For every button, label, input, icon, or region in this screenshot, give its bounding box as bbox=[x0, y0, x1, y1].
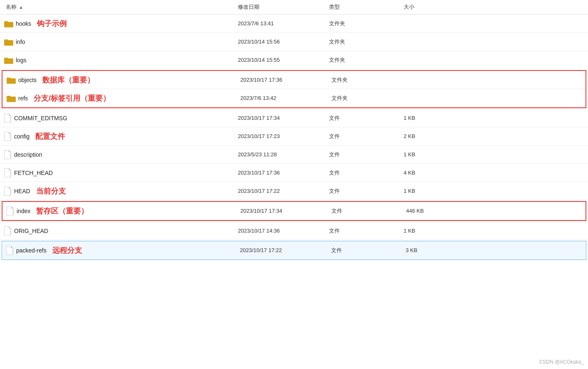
table-row[interactable]: HEAD当前分支2023/10/17 17:22文件1 KB bbox=[0, 182, 588, 200]
rows-container: hooks钩子示例2023/7/6 13:41文件夹 info2023/10/1… bbox=[0, 15, 588, 260]
size-cell: 3 KB bbox=[404, 246, 454, 254]
date-cell: 2023/7/6 13:42 bbox=[239, 94, 330, 102]
date-cell: 2023/10/17 17:22 bbox=[238, 246, 329, 254]
file-name-label: index bbox=[17, 208, 30, 214]
name-cell: objects数据库（重要） bbox=[7, 75, 239, 85]
file-explorer: 名称 ▲ 修改日期 类型 大小 hooks钩子示例2023/7/6 13:41文… bbox=[0, 0, 588, 260]
name-cell: HEAD当前分支 bbox=[4, 186, 236, 196]
table-row[interactable]: packed-refs远程分支2023/10/17 17:22文件3 KB bbox=[2, 241, 586, 260]
annotation-label: 配置文件 bbox=[35, 131, 65, 141]
type-cell: 文件 bbox=[327, 132, 402, 141]
folder-icon bbox=[4, 56, 13, 64]
file-icon bbox=[7, 206, 14, 216]
file-icon bbox=[4, 168, 12, 177]
table-row[interactable]: hooks钩子示例2023/7/6 13:41文件夹 bbox=[0, 15, 588, 33]
date-cell: 2023/10/17 17:22 bbox=[236, 187, 327, 195]
folder-icon bbox=[7, 76, 16, 84]
table-row[interactable]: logs2023/10/14 15:55文件夹 bbox=[0, 51, 588, 69]
name-cell: hooks钩子示例 bbox=[4, 19, 236, 29]
file-icon bbox=[4, 132, 12, 141]
table-row[interactable]: objects数据库（重要）2023/10/17 17:36文件夹 bbox=[2, 71, 586, 89]
svg-rect-9 bbox=[4, 40, 8, 41]
annotation-label: 远程分支 bbox=[52, 245, 82, 255]
date-cell: 2023/5/23 11:28 bbox=[236, 151, 327, 158]
svg-rect-14 bbox=[4, 58, 8, 59]
date-cell: 2023/10/17 17:34 bbox=[239, 207, 330, 215]
table-row[interactable]: FETCH_HEAD2023/10/17 17:36文件4 KB bbox=[0, 164, 588, 182]
col-name: 名称 ▲ bbox=[4, 2, 236, 12]
size-cell: 1 KB bbox=[402, 151, 452, 158]
table-row[interactable]: COMMIT_EDITMSG2023/10/17 17:34文件1 KB bbox=[0, 109, 588, 127]
file-name-label: logs bbox=[16, 57, 27, 63]
table-row[interactable]: refs分支/标签引用（重要）2023/7/6 13:42文件夹 bbox=[2, 89, 586, 107]
name-cell: FETCH_HEAD bbox=[4, 168, 236, 177]
type-cell: 文件夹 bbox=[330, 94, 404, 103]
type-cell: 文件夹 bbox=[330, 75, 404, 85]
folder-icon bbox=[4, 20, 13, 27]
table-row[interactable]: config配置文件2023/10/17 17:23文件2 KB bbox=[0, 127, 588, 146]
highlight-group-red: objects数据库（重要）2023/10/17 17:36文件夹 refs分支… bbox=[2, 70, 586, 108]
size-cell bbox=[402, 41, 452, 43]
size-cell: 4 KB bbox=[402, 169, 452, 177]
size-cell: 1 KB bbox=[402, 187, 452, 195]
name-cell: description bbox=[4, 150, 236, 159]
date-cell: 2023/10/17 17:23 bbox=[236, 132, 327, 140]
watermark: CSDN @ACGkaka_ bbox=[539, 359, 584, 365]
name-cell: index暂存区（重要） bbox=[7, 206, 239, 216]
date-cell: 2023/10/17 17:36 bbox=[239, 76, 330, 84]
table-row[interactable]: index暂存区（重要）2023/10/17 17:34文件446 KB bbox=[2, 202, 586, 220]
file-name-label: COMMIT_EDITMSG bbox=[14, 115, 67, 121]
file-icon bbox=[4, 150, 12, 159]
svg-rect-24 bbox=[7, 96, 10, 97]
size-cell: 1 KB bbox=[402, 227, 452, 235]
folder-icon bbox=[4, 38, 13, 46]
file-name-label: objects bbox=[18, 77, 36, 83]
size-cell bbox=[402, 59, 452, 61]
svg-rect-4 bbox=[4, 22, 8, 23]
type-cell: 文件夹 bbox=[327, 19, 402, 28]
annotation-label: 暂存区（重要） bbox=[36, 206, 88, 216]
date-cell: 2023/10/17 17:36 bbox=[236, 169, 327, 177]
size-cell: 446 KB bbox=[404, 207, 454, 215]
name-cell: info bbox=[4, 38, 236, 46]
annotation-label: 数据库（重要） bbox=[42, 75, 94, 85]
type-cell: 文件夹 bbox=[327, 56, 402, 65]
size-cell bbox=[404, 97, 454, 99]
file-icon bbox=[4, 226, 12, 235]
size-cell bbox=[402, 23, 452, 24]
file-icon bbox=[4, 114, 12, 123]
size-cell: 2 KB bbox=[402, 132, 452, 140]
file-name-label: FETCH_HEAD bbox=[14, 170, 53, 176]
file-name-label: HEAD bbox=[14, 188, 30, 194]
file-icon bbox=[6, 246, 14, 255]
highlight-single-blue: packed-refs远程分支2023/10/17 17:22文件3 KB bbox=[2, 241, 586, 260]
file-name-label: hooks bbox=[16, 20, 31, 27]
col-type: 类型 bbox=[327, 2, 402, 12]
table-row[interactable]: ORIG_HEAD2023/10/17 14:36文件1 KB bbox=[0, 222, 588, 240]
table-row[interactable]: description2023/5/23 11:28文件1 KB bbox=[0, 146, 588, 164]
col-size: 大小 bbox=[402, 2, 452, 12]
table-row[interactable]: info2023/10/14 15:56文件夹 bbox=[0, 33, 588, 51]
type-cell: 文件 bbox=[327, 114, 402, 123]
type-cell: 文件 bbox=[329, 246, 404, 255]
date-cell: 2023/10/14 15:55 bbox=[236, 56, 327, 64]
name-cell: packed-refs远程分支 bbox=[6, 245, 238, 255]
table-header: 名称 ▲ 修改日期 类型 大小 bbox=[0, 0, 588, 15]
name-cell: ORIG_HEAD bbox=[4, 226, 236, 235]
svg-rect-19 bbox=[7, 78, 10, 79]
folder-icon bbox=[7, 95, 16, 102]
type-cell: 文件 bbox=[327, 168, 402, 177]
name-cell: config配置文件 bbox=[4, 131, 236, 141]
type-cell: 文件夹 bbox=[327, 37, 402, 46]
type-cell: 文件 bbox=[327, 187, 402, 196]
annotation-label: 分支/标签引用（重要） bbox=[34, 93, 110, 103]
name-cell: refs分支/标签引用（重要） bbox=[7, 93, 239, 103]
file-name-label: description bbox=[14, 151, 42, 158]
file-name-label: packed-refs bbox=[16, 247, 46, 254]
type-cell: 文件 bbox=[327, 226, 402, 235]
size-cell bbox=[404, 79, 454, 81]
name-cell: logs bbox=[4, 56, 236, 64]
date-cell: 2023/10/17 14:36 bbox=[236, 227, 327, 235]
name-cell: COMMIT_EDITMSG bbox=[4, 114, 236, 123]
file-name-label: ORIG_HEAD bbox=[14, 228, 48, 234]
